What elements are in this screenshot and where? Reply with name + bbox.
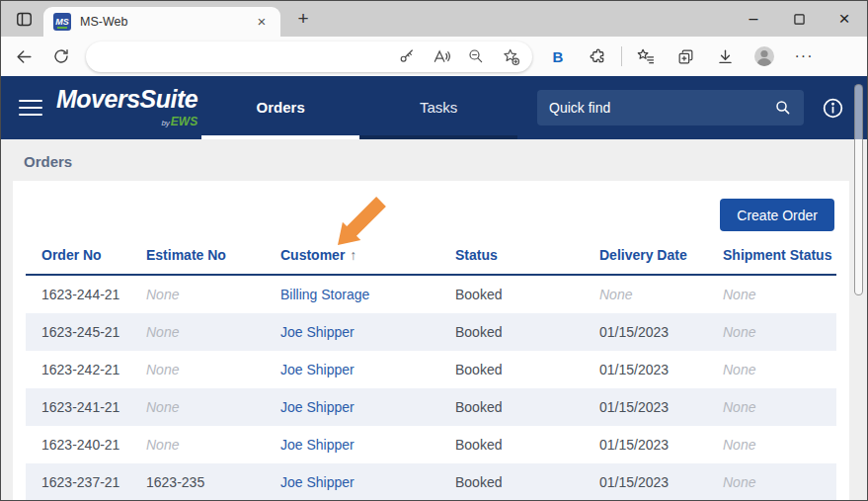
app-header: MoversSuite byEWS Orders Tasks (1, 76, 867, 139)
cell-delivery-date: 01/15/2023 (584, 474, 707, 490)
browser-tab[interactable]: MS MS-Web × (43, 7, 280, 37)
profile-avatar[interactable] (749, 42, 780, 71)
column-header-customer[interactable]: Customer↑ (265, 247, 439, 263)
page-title: Orders (24, 153, 867, 170)
read-aloud-icon[interactable] (432, 46, 451, 66)
cell-customer-link[interactable]: Joe Shipper (265, 474, 439, 490)
browser-toolbar: B (1, 37, 867, 76)
window-minimize-button[interactable]: – (731, 1, 776, 37)
tab-close-icon[interactable]: × (253, 13, 271, 31)
column-header-estimate-no[interactable]: Estimate No (130, 247, 265, 263)
cell-order-no: 1623-237-21 (26, 474, 130, 490)
window-maximize-button[interactable] (776, 1, 822, 37)
cell-order-no: 1623-241-21 (26, 399, 130, 415)
extensions-puzzle-icon[interactable] (582, 42, 613, 71)
sort-ascending-icon: ↑ (350, 247, 356, 263)
cell-order-no: 1623-244-21 (26, 287, 130, 302)
table-row: 1623-244-21 None Billing Storage Booked … (26, 276, 836, 313)
downloads-icon[interactable] (709, 42, 741, 71)
new-tab-button[interactable]: + (291, 8, 315, 32)
site-favicon: MS (53, 13, 71, 31)
cell-shipment-status: None (707, 474, 836, 490)
cell-estimate-no: 1623-235 (130, 474, 265, 490)
cell-status: Booked (439, 287, 584, 302)
window-close-button[interactable]: × (822, 1, 867, 37)
table-row: 1623-241-21 None Joe Shipper Booked 01/1… (26, 388, 836, 426)
orders-table-body: 1623-244-21 None Billing Storage Booked … (26, 276, 836, 501)
table-row: 1623-240-21 None Joe Shipper Booked 01/1… (26, 426, 836, 463)
cell-status: Booked (439, 399, 584, 415)
search-icon[interactable] (774, 99, 792, 117)
tab-orders[interactable]: Orders (201, 76, 359, 139)
column-header-shipment-status[interactable]: Shipment Status (707, 247, 836, 263)
cell-status: Booked (439, 362, 584, 377)
menu-hamburger-icon[interactable] (19, 100, 42, 117)
toolbar-divider (621, 46, 622, 66)
cell-status: Booked (439, 324, 584, 340)
info-icon[interactable] (820, 95, 845, 121)
quick-find-box[interactable] (537, 90, 804, 125)
cell-customer-link[interactable]: Billing Storage (265, 287, 439, 302)
cell-shipment-status: None (707, 287, 836, 302)
tab-tasks[interactable]: Tasks (359, 76, 517, 139)
cell-customer-link[interactable]: Joe Shipper (265, 437, 439, 453)
settings-more-icon[interactable]: ··· (788, 42, 820, 71)
orders-table: Order No Estimate No Customer↑ Status De… (26, 236, 836, 501)
cell-shipment-status: None (707, 324, 836, 340)
cell-estimate-no: None (130, 324, 265, 340)
column-header-order-no[interactable]: Order No (26, 247, 130, 263)
favorites-icon[interactable] (630, 42, 662, 71)
browser-window: MS MS-Web × + – × (0, 0, 868, 501)
cell-delivery-date: 01/15/2023 (584, 324, 707, 340)
cell-shipment-status: None (707, 362, 836, 377)
refresh-button-icon[interactable] (46, 42, 76, 71)
tab-actions-menu-icon[interactable] (9, 5, 39, 33)
table-row: 1623-237-21 1623-235 Joe Shipper Booked … (26, 463, 836, 501)
table-row: 1623-242-21 None Joe Shipper Booked 01/1… (26, 351, 836, 388)
cell-delivery-date: 01/15/2023 (584, 362, 707, 377)
orders-card: Create Order Order No Estimate No Custom… (13, 181, 849, 501)
main-nav: Orders Tasks (201, 76, 517, 139)
cell-shipment-status: None (707, 437, 836, 453)
cell-estimate-no: None (130, 437, 265, 453)
b-extension-icon[interactable]: B (542, 42, 574, 71)
browser-titlebar: MS MS-Web × + – × (1, 1, 867, 37)
vertical-scrollbar-thumb[interactable] (854, 84, 863, 295)
column-header-status[interactable]: Status (439, 247, 584, 263)
cell-delivery-date: 01/15/2023 (584, 399, 707, 415)
cell-delivery-date: None (584, 287, 707, 302)
cell-estimate-no: None (130, 287, 265, 302)
cell-status: Booked (439, 437, 584, 453)
tab-title: MS-Web (80, 15, 253, 29)
column-header-delivery-date[interactable]: Delivery Date (584, 247, 707, 263)
cell-estimate-no: None (130, 362, 265, 377)
back-button-icon[interactable] (9, 42, 39, 71)
cell-order-no: 1623-240-21 (26, 437, 130, 453)
cell-order-no: 1623-245-21 (26, 324, 130, 340)
cell-shipment-status: None (707, 399, 836, 415)
create-order-button[interactable]: Create Order (720, 199, 834, 231)
cell-estimate-no: None (130, 399, 265, 415)
cell-order-no: 1623-242-21 (26, 362, 130, 377)
collections-icon[interactable] (670, 42, 701, 71)
cell-customer-link[interactable]: Joe Shipper (265, 324, 439, 340)
cell-delivery-date: 01/15/2023 (584, 437, 707, 453)
quick-find-input[interactable] (549, 100, 774, 116)
table-row: 1623-245-21 None Joe Shipper Booked 01/1… (26, 313, 836, 351)
password-key-icon[interactable] (397, 46, 417, 66)
moverssuite-logo: MoversSuite byEWS (56, 87, 197, 128)
cell-customer-link[interactable]: Joe Shipper (265, 399, 439, 415)
orders-table-header: Order No Estimate No Customer↑ Status De… (26, 236, 836, 276)
cell-customer-link[interactable]: Joe Shipper (265, 362, 439, 377)
address-bar[interactable] (86, 42, 532, 72)
cell-status: Booked (439, 474, 584, 490)
moverssuite-app: MoversSuite byEWS Orders Tasks (1, 76, 867, 501)
zoom-out-icon[interactable] (466, 46, 486, 66)
